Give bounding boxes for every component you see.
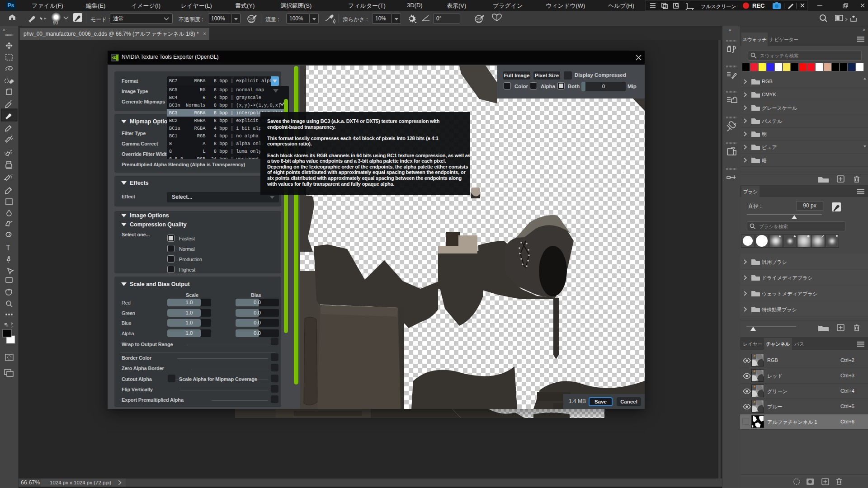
svg-text:90: 90 (53, 20, 58, 25)
svg-text:T: T (6, 244, 10, 252)
svg-text:»: » (3, 27, 5, 32)
svg-text:«: « (729, 28, 731, 33)
svg-text:REC: REC (752, 2, 765, 9)
